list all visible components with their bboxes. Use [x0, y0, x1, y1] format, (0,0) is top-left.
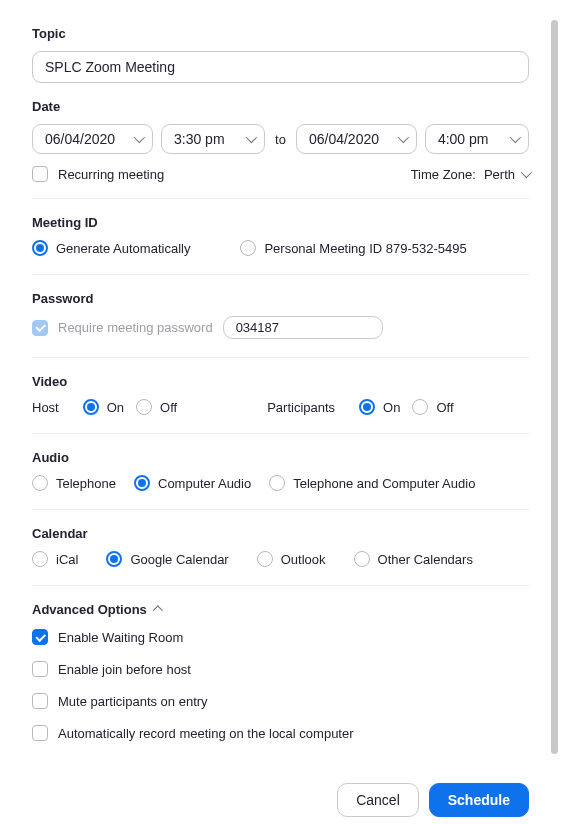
scrollbar-track[interactable]	[551, 20, 558, 754]
timezone-select[interactable]: Perth	[484, 167, 529, 182]
video-section: Video Host On Off Participants On	[32, 374, 529, 415]
join-before-row: Enable join before host	[32, 661, 529, 677]
auto-record-row: Automatically record meeting on the loca…	[32, 725, 529, 741]
outlook-label: Outlook	[281, 552, 326, 567]
ical-radio	[32, 551, 48, 567]
to-label: to	[275, 132, 286, 147]
password-label: Password	[32, 291, 529, 306]
start-time-select[interactable]: 3:30 pm	[161, 124, 265, 154]
calendar-label: Calendar	[32, 526, 529, 541]
waiting-room-row: Enable Waiting Room	[32, 629, 529, 645]
end-date-select[interactable]: 06/04/2020	[296, 124, 417, 154]
host-label: Host	[32, 400, 59, 415]
computer-audio-label: Computer Audio	[158, 476, 251, 491]
participants-on-option[interactable]: On	[359, 399, 400, 415]
host-on-label: On	[107, 400, 124, 415]
both-audio-option[interactable]: Telephone and Computer Audio	[269, 475, 475, 491]
date-row: 06/04/2020 3:30 pm to 06/04/2020 4:00 pm	[32, 124, 529, 154]
waiting-room-checkbox[interactable]	[32, 629, 48, 645]
password-input[interactable]	[223, 316, 383, 339]
ical-label: iCal	[56, 552, 78, 567]
personal-id-radio	[240, 240, 256, 256]
date-section: Date 06/04/2020 3:30 pm to 06/04/2020 4:…	[32, 99, 529, 182]
meeting-id-label: Meeting ID	[32, 215, 529, 230]
personal-id-option[interactable]: Personal Meeting ID 879-532-5495	[240, 240, 466, 256]
divider	[32, 198, 529, 199]
start-date-value: 06/04/2020	[45, 131, 115, 147]
participants-off-radio	[412, 399, 428, 415]
chevron-down-icon	[134, 132, 145, 143]
chevron-down-icon	[398, 132, 409, 143]
video-label: Video	[32, 374, 529, 389]
mute-entry-row: Mute participants on entry	[32, 693, 529, 709]
participants-video-group: Participants On Off	[267, 399, 453, 415]
auto-record-label: Automatically record meeting on the loca…	[58, 726, 354, 741]
join-before-label: Enable join before host	[58, 662, 191, 677]
both-audio-radio	[269, 475, 285, 491]
telephone-label: Telephone	[56, 476, 116, 491]
computer-audio-radio	[134, 475, 150, 491]
require-password-checkbox	[32, 320, 48, 336]
other-calendars-label: Other Calendars	[378, 552, 473, 567]
recurring-label: Recurring meeting	[58, 167, 164, 182]
chevron-down-icon	[510, 132, 521, 143]
other-calendars-option[interactable]: Other Calendars	[354, 551, 473, 567]
divider	[32, 433, 529, 434]
participants-on-radio	[359, 399, 375, 415]
divider	[32, 357, 529, 358]
advanced-options-toggle[interactable]: Advanced Options	[32, 602, 529, 617]
computer-audio-option[interactable]: Computer Audio	[134, 475, 251, 491]
divider	[32, 585, 529, 586]
personal-id-label: Personal Meeting ID 879-532-5495	[264, 241, 466, 256]
mute-entry-checkbox[interactable]	[32, 693, 48, 709]
ical-option[interactable]: iCal	[32, 551, 78, 567]
start-time-value: 3:30 pm	[174, 131, 225, 147]
divider	[32, 509, 529, 510]
meeting-id-section: Meeting ID Generate Automatically Person…	[32, 215, 529, 256]
chevron-down-icon	[246, 132, 257, 143]
calendar-options: iCal Google Calendar Outlook Other Calen…	[32, 551, 529, 567]
divider	[32, 274, 529, 275]
topic-input[interactable]	[32, 51, 529, 83]
meeting-id-options: Generate Automatically Personal Meeting …	[32, 240, 529, 256]
telephone-radio	[32, 475, 48, 491]
generate-auto-option[interactable]: Generate Automatically	[32, 240, 190, 256]
host-on-option[interactable]: On	[83, 399, 124, 415]
recurring-checkbox-group: Recurring meeting	[32, 166, 164, 182]
advanced-options-list: Enable Waiting Room Enable join before h…	[32, 629, 529, 747]
join-before-checkbox[interactable]	[32, 661, 48, 677]
host-off-radio	[136, 399, 152, 415]
recurring-row: Recurring meeting Time Zone: Perth	[32, 166, 529, 182]
other-calendars-radio	[354, 551, 370, 567]
participants-off-label: Off	[436, 400, 453, 415]
auto-record-checkbox[interactable]	[32, 725, 48, 741]
google-calendar-label: Google Calendar	[130, 552, 228, 567]
timezone-value: Perth	[484, 167, 515, 182]
telephone-option[interactable]: Telephone	[32, 475, 116, 491]
generate-auto-radio	[32, 240, 48, 256]
advanced-label: Advanced Options	[32, 602, 147, 617]
participants-off-option[interactable]: Off	[412, 399, 453, 415]
schedule-form: Topic Date 06/04/2020 3:30 pm to 06/04/2…	[0, 0, 561, 824]
host-on-radio	[83, 399, 99, 415]
generate-auto-label: Generate Automatically	[56, 241, 190, 256]
date-label: Date	[32, 99, 529, 114]
recurring-checkbox[interactable]	[32, 166, 48, 182]
outlook-option[interactable]: Outlook	[257, 551, 326, 567]
both-audio-label: Telephone and Computer Audio	[293, 476, 475, 491]
audio-label: Audio	[32, 450, 529, 465]
end-time-select[interactable]: 4:00 pm	[425, 124, 529, 154]
google-calendar-radio	[106, 551, 122, 567]
require-password-label: Require meeting password	[58, 320, 213, 335]
scrollbar-thumb[interactable]	[551, 20, 558, 754]
google-calendar-option[interactable]: Google Calendar	[106, 551, 228, 567]
schedule-button[interactable]: Schedule	[429, 783, 529, 817]
end-time-value: 4:00 pm	[438, 131, 489, 147]
audio-section: Audio Telephone Computer Audio Telephone…	[32, 450, 529, 491]
password-section: Password Require meeting password	[32, 291, 529, 339]
host-video-group: Host On Off	[32, 399, 177, 415]
start-date-select[interactable]: 06/04/2020	[32, 124, 153, 154]
video-row: Host On Off Participants On Off	[32, 399, 529, 415]
cancel-button[interactable]: Cancel	[337, 783, 419, 817]
host-off-option[interactable]: Off	[136, 399, 177, 415]
